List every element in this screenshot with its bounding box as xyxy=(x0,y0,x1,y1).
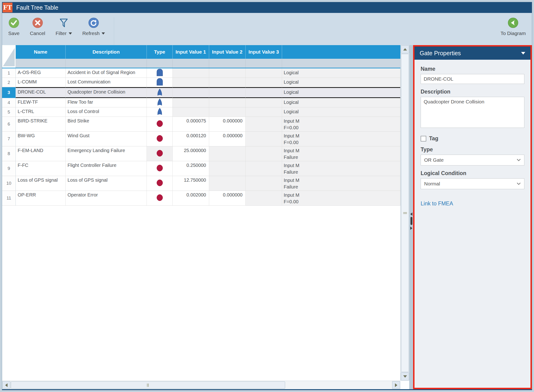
cell-input-value-3[interactable] xyxy=(246,191,282,206)
scroll-left-button[interactable] xyxy=(2,381,10,389)
link-to-fmea[interactable]: Link to FMEA xyxy=(421,201,524,207)
cell-description[interactable]: Accident in Out of Signal Region xyxy=(66,68,147,78)
cell-description[interactable]: Bird Strike xyxy=(66,117,147,132)
cell-input-value-2[interactable] xyxy=(209,107,246,117)
vertical-scrollbar[interactable] xyxy=(400,45,409,381)
column-header-name[interactable]: Name xyxy=(16,45,66,59)
row-number[interactable]: 4 xyxy=(2,98,16,107)
horizontal-scroll-track[interactable] xyxy=(11,381,392,389)
cell-logic-summary[interactable]: Logical xyxy=(282,68,400,78)
cell-name[interactable]: A-OS-REG xyxy=(16,68,66,78)
cell-type[interactable] xyxy=(147,146,173,161)
cell-logic-summary[interactable]: Input MFailure xyxy=(282,176,400,191)
cell-logic-summary[interactable]: Logical xyxy=(282,98,400,107)
table-row[interactable]: 4FLEW-TFFlew Too far Logical xyxy=(2,98,400,107)
cell-input-value-2[interactable] xyxy=(209,161,246,176)
name-field[interactable] xyxy=(421,74,524,84)
cell-input-value-3[interactable] xyxy=(246,87,282,98)
cell-description[interactable]: Quadcopter Drone Collision xyxy=(66,87,147,98)
row-number[interactable]: 1 xyxy=(2,68,16,78)
filter-cell-name[interactable] xyxy=(16,59,66,68)
cell-description[interactable]: Flew Too far xyxy=(66,98,147,107)
cell-input-value-1[interactable] xyxy=(173,87,209,98)
row-number[interactable]: 5 xyxy=(2,107,16,117)
table-row[interactable]: 9F-FCFlight Controller Failure 0.250000I… xyxy=(2,161,400,176)
corner-cell[interactable] xyxy=(2,45,16,68)
vertical-scroll-thumb[interactable] xyxy=(401,54,409,372)
cancel-button[interactable]: Cancel xyxy=(30,17,45,45)
cell-input-value-2[interactable] xyxy=(209,146,246,161)
cell-input-value-1[interactable] xyxy=(173,98,209,107)
table-row[interactable]: 11OP-ERROperator Error 0.0020000.000000I… xyxy=(2,191,400,206)
panel-collapse-icon[interactable] xyxy=(521,52,525,55)
cell-input-value-3[interactable] xyxy=(246,117,282,132)
cell-logic-summary[interactable]: Logical xyxy=(282,107,400,117)
table-row[interactable]: 1A-OS-REGAccident in Out of Signal Regio… xyxy=(2,68,400,78)
cell-input-value-1[interactable]: 0.000120 xyxy=(173,132,209,146)
cell-input-value-2[interactable]: 0.000000 xyxy=(209,117,246,132)
cell-type[interactable] xyxy=(147,132,173,146)
logical-condition-select[interactable]: Normal xyxy=(421,178,524,189)
filter-caret-icon[interactable] xyxy=(69,33,72,35)
tag-checkbox[interactable] xyxy=(421,136,426,141)
cell-input-value-2[interactable] xyxy=(209,87,246,98)
panel-header[interactable]: Gate Properties xyxy=(415,47,530,60)
table-row[interactable]: 6BIRD-STRIKEBird Strike 0.0000750.000000… xyxy=(2,117,400,132)
cell-input-value-1[interactable]: 12.750000 xyxy=(173,176,209,191)
cell-type[interactable] xyxy=(147,107,173,117)
cell-input-value-3[interactable] xyxy=(246,132,282,146)
cell-description[interactable]: Emergency Landing Failure xyxy=(66,146,147,161)
column-header-type[interactable]: Type xyxy=(147,45,173,59)
table-row[interactable]: 8F-EM-LANDEmergency Landing Failure 25.0… xyxy=(2,146,400,161)
cell-description[interactable]: Operator Error xyxy=(66,191,147,206)
filter-button[interactable]: Filter xyxy=(56,17,72,45)
cell-input-value-2[interactable] xyxy=(209,68,246,78)
vertical-scroll-track[interactable] xyxy=(401,54,409,372)
cell-logic-summary[interactable]: Input MF=0.00 xyxy=(282,117,400,132)
to-diagram-button[interactable]: To Diagram xyxy=(501,17,526,45)
scroll-right-button[interactable] xyxy=(392,381,400,389)
cell-input-value-3[interactable] xyxy=(246,146,282,161)
cell-input-value-2[interactable] xyxy=(209,98,246,107)
cell-input-value-3[interactable] xyxy=(246,107,282,117)
cell-name[interactable]: L-COMM xyxy=(16,78,66,87)
cell-input-value-1[interactable] xyxy=(173,68,209,78)
cell-type[interactable] xyxy=(147,87,173,98)
column-header-input-value-1[interactable]: Input Value 1 xyxy=(173,45,209,59)
cell-type[interactable] xyxy=(147,117,173,132)
cell-name[interactable]: L-CTRL xyxy=(16,107,66,117)
splitter-collapse-right-icon[interactable] xyxy=(410,227,412,230)
horizontal-scroll-thumb[interactable] xyxy=(11,381,285,389)
cell-input-value-2[interactable]: 0.000000 xyxy=(209,191,246,206)
cell-name[interactable]: BW-WG xyxy=(16,132,66,146)
cell-input-value-1[interactable]: 0.250000 xyxy=(173,161,209,176)
row-number[interactable]: 6 xyxy=(2,117,16,132)
cell-type[interactable] xyxy=(147,176,173,191)
horizontal-scrollbar[interactable] xyxy=(2,381,400,389)
cell-description[interactable]: Wind Gust xyxy=(66,132,147,146)
splitter-collapse-left-icon[interactable] xyxy=(410,212,412,216)
row-number[interactable]: 9 xyxy=(2,161,16,176)
column-header-input-value-2[interactable]: Input Value 2 xyxy=(209,45,246,59)
description-field[interactable]: Quadcopter Drone Collision xyxy=(421,97,524,128)
cell-input-value-1[interactable] xyxy=(173,107,209,117)
cell-logic-summary[interactable]: Input MFailure xyxy=(282,146,400,161)
cell-description[interactable]: Flight Controller Failure xyxy=(66,161,147,176)
cell-type[interactable] xyxy=(147,191,173,206)
cell-input-value-1[interactable]: 0.000075 xyxy=(173,117,209,132)
cell-input-value-2[interactable] xyxy=(209,78,246,87)
cell-input-value-3[interactable] xyxy=(246,68,282,78)
scroll-down-button[interactable] xyxy=(401,373,409,380)
scroll-up-button[interactable] xyxy=(401,45,409,53)
column-header-description[interactable]: Description xyxy=(66,45,147,59)
cell-input-value-2[interactable]: 0.000000 xyxy=(209,132,246,146)
row-number[interactable]: 3 xyxy=(2,87,16,98)
row-number[interactable]: 8 xyxy=(2,146,16,161)
table-row[interactable]: 5L-CTRLLoss of Control Logical xyxy=(2,107,400,117)
cell-input-value-3[interactable] xyxy=(246,98,282,107)
cell-description[interactable]: Loss of Control xyxy=(66,107,147,117)
table-row[interactable]: 3DRONE-COLQuadcopter Drone Collision Log… xyxy=(2,87,400,98)
filter-cell-input-value-3[interactable] xyxy=(246,59,282,68)
refresh-button[interactable]: Refresh xyxy=(82,17,105,45)
cell-name[interactable]: F-EM-LAND xyxy=(16,146,66,161)
